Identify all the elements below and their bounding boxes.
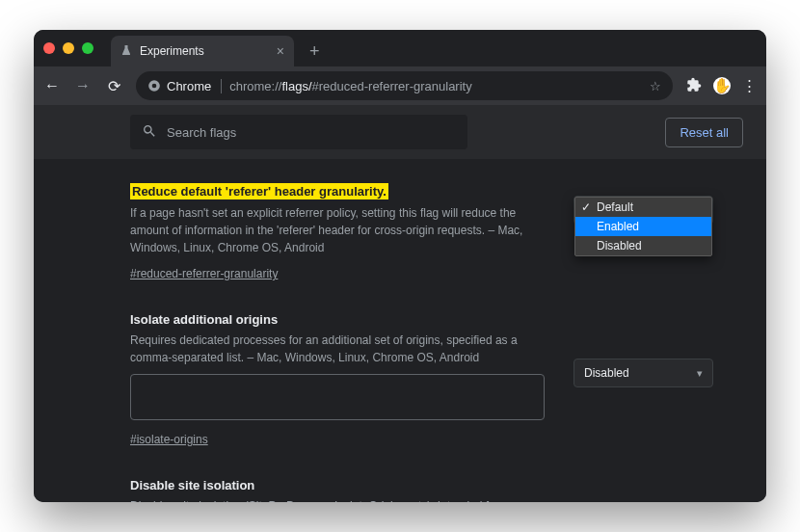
svg-point-1 [152, 84, 157, 89]
flag-description: Requires dedicated processes for an addi… [130, 332, 545, 366]
select-value: Disabled [584, 366, 629, 380]
minimize-window-button[interactable] [63, 42, 74, 54]
select-dropdown: Default Enabled Disabled [574, 197, 712, 256]
chevron-down-icon: ▾ [697, 367, 703, 380]
url-chip: Chrome [147, 79, 222, 93]
browser-menu-icon[interactable]: ⋮ [742, 77, 757, 94]
extension-area: ✋ ⋮ [686, 77, 757, 95]
flag-item: Isolate additional origins Requires dedi… [130, 310, 743, 447]
browser-window: Experiments × + ← → ⟳ Chrome chrome://fl… [34, 30, 766, 502]
flask-icon [120, 44, 132, 59]
search-icon [142, 123, 157, 142]
flag-item: Disable site isolation Disables site iso… [130, 476, 743, 502]
flag-description: If a page hasn't set an explicit referre… [130, 204, 545, 256]
back-button[interactable]: ← [43, 77, 61, 94]
maximize-window-button[interactable] [82, 42, 93, 54]
flag-title: Disable site isolation [130, 478, 254, 492]
new-tab-button[interactable]: + [309, 41, 320, 62]
browser-tab[interactable]: Experiments × [111, 36, 294, 66]
flag-select[interactable]: Default Enabled Disabled Default ▾ [573, 196, 713, 225]
close-window-button[interactable] [43, 42, 55, 54]
address-bar: ← → ⟳ Chrome chrome://flags/#reduced-ref… [34, 66, 766, 105]
url-text: chrome://flags/#reduced-referrer-granula… [229, 79, 471, 93]
flag-title: Isolate additional origins [130, 312, 278, 327]
reset-all-button[interactable]: Reset all [665, 118, 743, 147]
dropdown-option-disabled[interactable]: Disabled [575, 236, 711, 255]
window-controls [43, 42, 93, 54]
flags-list: Reduce default 'referer' header granular… [34, 159, 766, 502]
chrome-icon [147, 79, 161, 93]
flag-item: Reduce default 'referer' header granular… [130, 182, 743, 281]
page-content: Search flags Reset all Reduce default 'r… [34, 105, 766, 502]
extensions-icon[interactable] [686, 77, 702, 95]
extension-badge-icon[interactable]: ✋ [713, 77, 731, 94]
flags-toolbar: Search flags Reset all [34, 105, 766, 159]
omnibox[interactable]: Chrome chrome://flags/#reduced-referrer-… [136, 71, 673, 100]
flag-hash-link[interactable]: #reduced-referrer-granularity [130, 267, 278, 280]
tab-bar: Experiments × + [34, 30, 766, 66]
dropdown-option-enabled[interactable]: Enabled [575, 217, 711, 236]
flag-textarea[interactable] [130, 374, 545, 420]
url-chip-label: Chrome [167, 79, 211, 93]
reload-button[interactable]: ⟳ [105, 77, 122, 95]
forward-button[interactable]: → [74, 77, 92, 94]
flag-hash-link[interactable]: #isolate-origins [130, 433, 208, 446]
search-input[interactable]: Search flags [130, 115, 467, 149]
search-placeholder: Search flags [167, 125, 236, 140]
close-tab-icon[interactable]: × [277, 43, 284, 59]
bookmark-star-icon[interactable]: ☆ [650, 79, 661, 93]
flag-select[interactable]: Disabled ▾ [573, 359, 713, 387]
flag-title: Reduce default 'referer' header granular… [130, 183, 388, 200]
dropdown-option-default[interactable]: Default [575, 198, 711, 217]
flag-description: Disables site isolation (SitePerProcess,… [130, 497, 545, 502]
tab-title: Experiments [140, 44, 204, 58]
